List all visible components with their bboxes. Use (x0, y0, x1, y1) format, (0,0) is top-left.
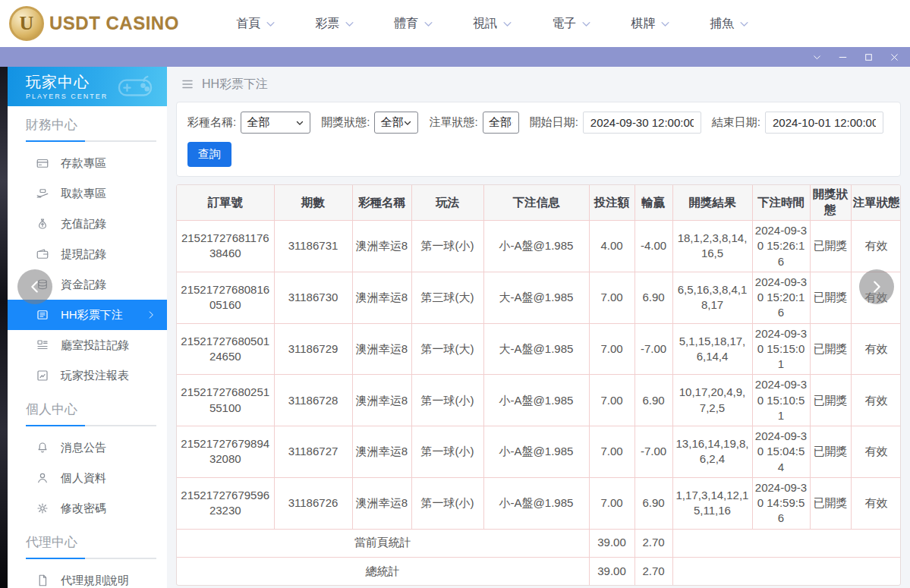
column-header: 注單狀態 (851, 185, 901, 221)
table-cell: 4.00 (589, 221, 634, 272)
collapse-sidebar-button[interactable] (17, 269, 52, 304)
chevron-left-icon (27, 278, 43, 295)
chevron-down-icon (502, 18, 513, 30)
column-header: 訂單號 (177, 185, 274, 221)
column-header: 玩法 (411, 185, 483, 221)
chevron-down-icon (295, 118, 304, 127)
sidebar-item-hall-bet-record[interactable]: 廳室投註記錄 (8, 330, 167, 360)
sidebar-section-title: 代理中心 (26, 533, 167, 551)
summary-winloss-total: 2.70 (634, 557, 672, 585)
end-date-input[interactable] (765, 112, 883, 134)
close-icon[interactable] (884, 49, 904, 64)
nav-item-label: 視訊 (473, 16, 497, 32)
nav-item-fishing[interactable]: 捕魚 (691, 16, 770, 32)
nav-item-label: 捕魚 (710, 16, 734, 32)
table-cell: 澳洲幸运8 (352, 221, 411, 272)
table-cell: 有效 (851, 323, 901, 375)
lottery-name-select[interactable]: 全部 (241, 112, 310, 134)
nav-item-home[interactable]: 首頁 (217, 16, 296, 32)
table-cell: 第一球(大) (411, 323, 483, 375)
summary-empty-cell (672, 529, 901, 557)
scroll-right-button[interactable] (859, 269, 894, 304)
start-date-input[interactable] (583, 112, 701, 134)
table-cell: -7.00 (634, 323, 672, 375)
chevron-down-icon (344, 18, 355, 30)
nav-item-label: 體育 (394, 16, 418, 32)
draw-status-select[interactable]: 全部 (374, 112, 418, 134)
table-cell: 6,5,16,3,8,4,18,17 (672, 272, 752, 323)
sidebar-item-deposit[interactable]: 存款專區 (8, 148, 167, 178)
logo-coin-icon: U (9, 6, 44, 41)
table-header-row: 訂單號期數彩種名稱玩法下注信息投注額輸贏開獎結果下注時間開獎狀態注單狀態 (177, 185, 901, 221)
chevron-right-icon (868, 278, 885, 295)
summary-label: 當前頁統計 (177, 529, 589, 557)
sidebar-item-agent-rules[interactable]: 代理規則說明 (8, 565, 167, 588)
nav-item-cards[interactable]: 棋牌 (612, 16, 691, 32)
person-icon (36, 471, 49, 485)
gear-icon (36, 502, 49, 515)
nav-item-lottery[interactable]: 彩票 (296, 16, 375, 32)
nav-item-sports[interactable]: 體育 (375, 16, 454, 32)
withdraw-hand-icon (36, 187, 49, 200)
sidebar-item-profile[interactable]: 個人資料 (8, 463, 167, 493)
table-cell: 第一球(小) (411, 221, 483, 272)
table-cell: 1,17,3,14,12,15,11,16 (672, 477, 752, 529)
sidebar-item-player-bet-report[interactable]: 玩家投注報表 (8, 360, 167, 391)
deposit-card-icon (36, 156, 49, 170)
table-cell: 31186730 (274, 272, 352, 323)
column-header: 下注信息 (483, 185, 589, 221)
app-window: U USDT CASINO 首頁彩票體育視訊電子棋牌捕魚 玩家中心 PLAYER… (0, 0, 910, 588)
order-status-label: 注單狀態: (429, 115, 477, 130)
table-cell: 澳洲幸运8 (352, 426, 411, 478)
hamburger-icon[interactable] (181, 77, 194, 91)
section-divider (26, 425, 156, 426)
table-cell: 2024-09-30 15:10:51 (752, 375, 810, 426)
table-row: 215217276805012465031186729澳洲幸运8第一球(大)大-… (177, 323, 901, 375)
summary-label: 總統計 (177, 557, 589, 585)
order-status-select[interactable]: 全部 (483, 112, 519, 134)
summary-bet-total: 39.00 (589, 529, 634, 557)
table-cell: 6.90 (634, 272, 672, 323)
sidebar-item-announcements[interactable]: 消息公告 (8, 432, 167, 463)
chevron-down-icon (403, 118, 412, 127)
sidebar-item-label: 玩家投注報表 (61, 369, 129, 383)
sidebar-item-recharge-record[interactable]: 充值記錄 (8, 209, 167, 239)
table-cell: 小-A盤@1.985 (483, 375, 589, 426)
nav-items: 首頁彩票體育視訊電子棋牌捕魚 (217, 16, 770, 32)
sidebar-item-withdraw-record[interactable]: 提現記錄 (8, 239, 167, 269)
table-cell: 2152172768050124650 (177, 323, 274, 375)
sidebar-section-title: 個人中心 (26, 401, 167, 418)
table-cell: 2024-09-30 15:15:01 (752, 323, 810, 375)
maximize-icon[interactable] (858, 49, 878, 64)
page-summary-row: 當前頁統計39.002.70 (177, 529, 901, 557)
table-cell: 有效 (851, 477, 901, 529)
table-cell: 2024-09-30 15:26:16 (752, 221, 810, 272)
column-header: 下注時間 (752, 185, 810, 221)
minimize-icon[interactable] (833, 49, 852, 64)
table-cell: 已開獎 (810, 375, 851, 426)
table-cell: 第一球(小) (411, 375, 483, 426)
column-header: 開獎狀態 (810, 185, 851, 221)
sidebar-item-label: 取款專區 (61, 187, 106, 201)
logo-text: USDT CASINO (49, 13, 179, 34)
nav-item-slots[interactable]: 電子 (533, 16, 612, 32)
sidebar-item-withdraw[interactable]: 取款專區 (8, 178, 167, 209)
sidebar-item-change-password[interactable]: 修改密碼 (8, 493, 167, 524)
table-cell: -4.00 (634, 221, 672, 272)
chevron-down-icon (660, 18, 671, 30)
window-titlebar (0, 47, 910, 67)
wallet-icon (36, 247, 49, 261)
table-cell: 10,17,20,4,9,7,2,5 (672, 375, 752, 426)
nav-item-label: 彩票 (315, 16, 339, 32)
search-button[interactable]: 查詢 (187, 142, 231, 167)
section-divider (26, 558, 156, 559)
start-date-label: 開始日期: (530, 115, 578, 130)
chevron-down-icon (581, 18, 592, 30)
site-logo[interactable]: U USDT CASINO (9, 6, 179, 41)
table-cell: 31186727 (274, 426, 352, 478)
nav-item-video[interactable]: 視訊 (454, 16, 533, 32)
table-cell: 有效 (851, 426, 901, 478)
chevron-down-icon[interactable] (807, 49, 827, 64)
table-cell: 2152172768117638460 (177, 221, 274, 272)
sidebar-item-hh-lottery-bets[interactable]: HH彩票下注 (8, 300, 167, 330)
